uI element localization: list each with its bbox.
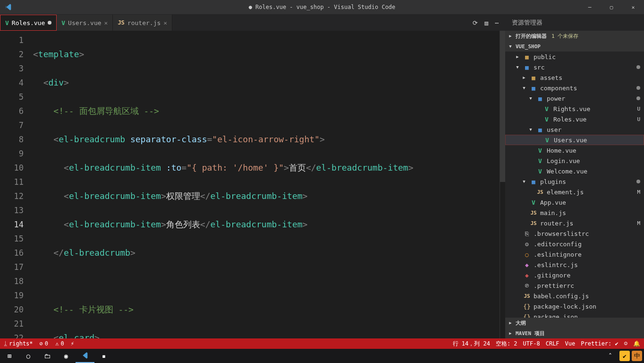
vscode-button[interactable] [76, 349, 94, 363]
project-header[interactable]: ▼ VUE_SHOP [505, 41, 644, 52]
tab-users-vue[interactable]: VUsers.vue× [57, 15, 113, 31]
git-status-badge: U [637, 116, 640, 122]
tree-label: Users.vue [554, 137, 640, 144]
tree-item--eslintrc-js[interactable]: ◆.eslintrc.js [505, 259, 644, 270]
tree-item-router-js[interactable]: JSrouter.jsM [505, 218, 644, 228]
twisty-icon: ▼ [521, 179, 527, 184]
file-icon: ◆ [523, 272, 531, 279]
tab-router-js[interactable]: JSrouter.js× [113, 15, 172, 31]
tab-roles-vue[interactable]: VRoles.vue [0, 15, 57, 31]
chevron-right-icon: ▶ [507, 34, 514, 38]
tree-label: power [547, 95, 634, 102]
compare-icon[interactable]: ⟳ [473, 19, 478, 26]
file-icon: V [542, 105, 551, 112]
tree-item-src[interactable]: ▼■src [505, 62, 644, 72]
tree-label: .eslintignore [534, 251, 640, 258]
tree-item-assets[interactable]: ▶■assets [505, 72, 644, 83]
tree-label: .editorconfig [534, 241, 640, 248]
more-icon[interactable]: ⋯ [495, 19, 499, 26]
code-area[interactable]: <template> <div> <!-- 面包屑导航区域 --> <el-br… [33, 31, 500, 338]
tree-item-main-js[interactable]: JSmain.js [505, 207, 644, 218]
file-icon: ℗ [523, 282, 531, 289]
file-icon: ⚙ [523, 241, 531, 248]
cursor-position[interactable]: 行 14，列 24 [453, 340, 490, 348]
tree-label: main.js [540, 209, 640, 216]
tree-label: public [534, 53, 640, 60]
file-icon: ■ [536, 126, 544, 133]
tree-label: App.vue [540, 199, 640, 206]
bell-icon[interactable]: 🔔 [633, 340, 640, 347]
start-button[interactable]: ⊞ [0, 349, 19, 363]
encoding[interactable]: UTF-8 [523, 340, 540, 347]
file-icon: {} [523, 313, 531, 318]
modified-dot-icon [636, 65, 640, 69]
chevron-right-icon: ▶ [507, 331, 514, 336]
open-editors-header[interactable]: ▶ 打开的编辑器 1 个未保存 [505, 31, 644, 41]
tree-label: Roles.vue [553, 116, 635, 123]
file-icon: V [529, 199, 538, 206]
tree-item-login-vue[interactable]: VLogin.vue [505, 156, 644, 166]
tree-item-components[interactable]: ▼■components [505, 83, 644, 93]
modified-dot-icon [636, 96, 640, 100]
tree-label: Login.vue [547, 157, 640, 164]
indent[interactable]: 空格: 2 [496, 340, 517, 348]
tree-item-nackage-ison[interactable]: {}nackage ison [505, 311, 644, 318]
search-button[interactable]: ○ [19, 349, 38, 363]
file-icon: ■ [523, 53, 531, 60]
tree-item-package-lock-json[interactable]: {}package-lock.json [505, 301, 644, 311]
twisty-icon: ▼ [521, 86, 527, 90]
status-bar: ᛦrights* ⊘0 ⚠0 ⚡ 行 14，列 24 空格: 2 UTF-8 C… [0, 338, 644, 349]
minimize-button[interactable]: ─ [579, 0, 601, 14]
error-icon: ⊘ [40, 340, 43, 347]
tree-item-user[interactable]: ▼■user [505, 124, 644, 135]
split-editor-icon[interactable]: ▥ [484, 19, 488, 26]
tree-item-users-vue[interactable]: VUsers.vue [505, 135, 644, 145]
maven-header[interactable]: ▶ MAVEN 项目 [505, 328, 644, 338]
tree-item-app-vue[interactable]: VApp.vue [505, 197, 644, 207]
tree-item-rights-vue[interactable]: VRights.vueU [505, 104, 644, 114]
errors[interactable]: ⊘0 ⚠0 [40, 340, 64, 347]
live-icon[interactable]: ⚡ [71, 340, 74, 347]
eol[interactable]: CRLF [546, 340, 559, 347]
tree-item--eslintignore[interactable]: ○.eslintignore [505, 249, 644, 259]
file-icon: V [5, 19, 9, 26]
file-tree[interactable]: ▶■public▼■src▶■assets▼■components▼■power… [505, 52, 644, 318]
terminal-button[interactable]: ▪ [94, 349, 113, 363]
close-icon[interactable]: × [163, 19, 167, 26]
ime-icon[interactable]: ✔ [619, 351, 630, 361]
twisty-icon: ▼ [528, 127, 534, 132]
tree-item--editorconfig[interactable]: ⚙.editorconfig [505, 239, 644, 249]
close-button[interactable]: ✕ [622, 0, 644, 14]
feedback-icon[interactable]: ☺ [624, 340, 627, 347]
tree-item-babel-config-js[interactable]: JSbabel.config.js [505, 291, 644, 301]
editor[interactable]: 12345678910111213141516171819202122 <tem… [0, 31, 505, 338]
language-mode[interactable]: Vue [565, 340, 576, 347]
tree-label: user [547, 126, 640, 133]
tree-label: package-lock.json [534, 303, 640, 310]
minimap-scrollbar[interactable] [500, 31, 505, 338]
chrome-button[interactable]: ◉ [57, 349, 76, 363]
tree-item-power[interactable]: ▼■power [505, 93, 644, 104]
windows-taskbar: ⊞ ○ 🗀 ◉ ▪ ˄ ✔ 中 [0, 349, 644, 363]
outline-header[interactable]: ▶ 大纲 [505, 318, 644, 328]
file-icon: ■ [529, 74, 538, 81]
twisty-icon: ▼ [515, 65, 520, 69]
tree-item-home-vue[interactable]: VHome.vue [505, 145, 644, 156]
tree-item-public[interactable]: ▶■public [505, 52, 644, 62]
maximize-button[interactable]: ▢ [601, 0, 622, 14]
ime-cn-icon[interactable]: 中 [632, 351, 642, 361]
prettier-status[interactable]: Prettier: ✔ [581, 340, 618, 347]
tree-item--browserslistrc[interactable]: ⎘.browserslistrc [505, 228, 644, 239]
git-branch[interactable]: ᛦrights* [4, 340, 33, 347]
tree-item-roles-vue[interactable]: VRoles.vueU [505, 114, 644, 124]
explorer-button[interactable]: 🗀 [38, 349, 57, 363]
tree-label: plugins [540, 178, 634, 185]
tree-item-element-js[interactable]: JSelement.jsM [505, 187, 644, 197]
chevron-down-icon: ▼ [507, 44, 514, 49]
tree-item--prettierrc[interactable]: ℗.prettierrc [505, 280, 644, 291]
tree-item-welcome-vue[interactable]: VWelcome.vue [505, 166, 644, 176]
tray-chevron-icon[interactable]: ˄ [601, 349, 619, 363]
close-icon[interactable]: × [104, 19, 108, 26]
tree-item-plugins[interactable]: ▼■plugins [505, 176, 644, 187]
tree-item--gitignore[interactable]: ◆.gitignore [505, 270, 644, 280]
